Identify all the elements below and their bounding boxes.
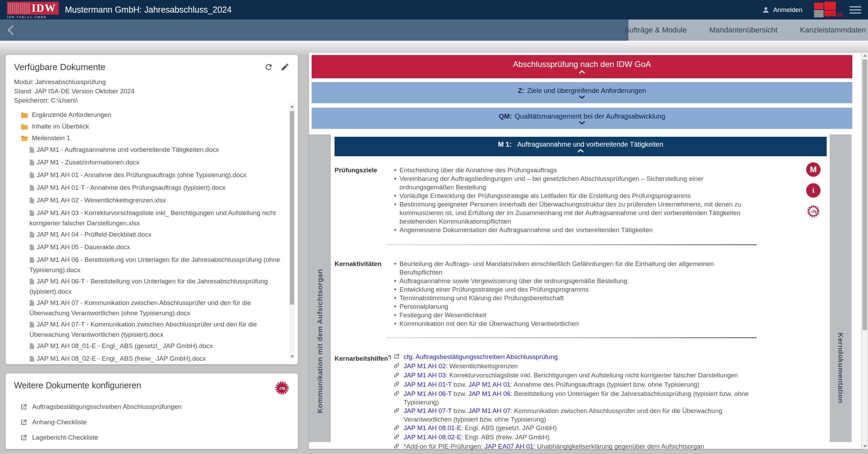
meta-line: Speicherort: C:\Users\ [14,96,289,105]
section-prefix: Z: [518,87,525,94]
back-button[interactable] [6,24,20,37]
kernarbeitshilfe-link-item[interactable]: JAP M1 AH 08.01-E: Engl. ABS (gesetzl. J… [393,424,768,433]
kernarbeitshilfe-link-item[interactable]: JAP M1 AH 03: Korrekturvorschlagsliste i… [393,371,768,380]
idw-mesh-graphic [8,3,30,14]
bullet-item: Personalplanung [393,302,757,311]
tree-item[interactable]: JAP M1 AH 01 - Annahme des Prüfungsauftr… [21,171,289,181]
kernarbeitshilfe-link-item[interactable]: *Add-on für PIE-Prüfungen: JAP EA07 AH 0… [393,442,768,451]
inline-link[interactable]: JAP M1 AH 08.02-E [404,433,461,441]
tree-item[interactable]: Inhalte im Überblick [21,122,289,132]
kernarbeitshilfe-link-item[interactable]: JAP M1 AH 08.02-E: Engl. ABS (freiw. JAP… [393,433,768,442]
refresh-button[interactable] [264,63,273,71]
file-icon [29,197,35,206]
left-rail: Kommunikation mit dem Aufsichtsorgan [309,134,331,442]
kernarbeitshilfe-link-item[interactable]: JAP M1 AH 02: Wesentlichkeitsgrenzen [393,362,768,371]
tree-item[interactable]: Meilenstein 1 [21,134,289,144]
tree-item[interactable]: JAP M1 AH 03 - Korrekturvorschlagsliste … [21,209,289,228]
right-rail-label: Kerndokumentation [837,333,845,403]
tree-item[interactable]: JAP M1 AH 02 - Wesentlichkeitsgrenzen.xl… [21,196,289,206]
kernarbeitshilfe-link-item[interactable]: JAP M1 AH 07-T bzw. JAP M1 AH 07: Kommun… [393,406,768,424]
scroll-down-arrow[interactable] [289,354,295,359]
file-icon [29,356,35,364]
tree-item[interactable]: JAP M1 - Zusatzinformationen.docx [21,158,289,168]
hamburger-menu-icon[interactable] [849,5,862,15]
chain-link-icon [393,442,401,451]
tree-item[interactable]: JAP M1 - Auftragsannahme und vorbereiten… [21,145,289,156]
chain-link-icon [393,380,401,389]
kernarbeitshilfe-text: JAP M1 AH 07-T bzw. JAP M1 AH 07: Kommun… [404,406,768,424]
tree-item[interactable]: JAP M1 AH 07-T - Kommunikation zwischen … [21,320,289,339]
pruefungsziele-label: Prüfungsziele [335,166,393,234]
tree-item[interactable]: JAP M1 AH 05 - Dauerakte.docx [21,243,289,253]
tree-item[interactable]: JAP M1 AH 07 - Kommunikation zwischen Ab… [21,298,289,318]
chain-link-icon [393,371,401,380]
tree-scrollbar[interactable] [289,104,295,359]
scroll-down-arrow[interactable] [862,443,868,449]
tree-item[interactable]: JAP M1 AH 08_02-E - Engl_ ABS (freiw_ JA… [21,354,289,364]
configure-link-item[interactable]: Lagebericht-Checkliste [20,434,289,441]
inline-link[interactable]: JAP M1 AH 01 [468,381,510,388]
section-label: Qualitätsmanagement bei der Auftragsabwi… [515,112,665,120]
tree-item[interactable]: JAP M1 AH 01-T - Annahme des Prüfungsauf… [21,183,289,193]
section-prefix: QM: [499,112,512,120]
kernarbeitshilfe-text: *Add-on für PIE-Prüfungen: JAP EA07 AH 0… [404,442,704,451]
kernarbeitshilfe-link-item[interactable]: JAP M1 AH 01-T bzw. JAP M1 AH 01: Annahm… [393,380,768,389]
document-tree: Ergänzende Anforderungen Inhalte im Über… [14,110,289,366]
tree-item[interactable]: JAP M1 AH 06 - Bereitstellung von Unterl… [21,255,289,275]
top-header: IDW IDW VERLAG GMBH Mustermann GmbH: Jah… [0,0,868,19]
nav-tab[interactable]: Mandantenübersicht [709,26,777,35]
inline-link[interactable]: JAP M1 AH 07 [468,407,510,414]
section-bar[interactable]: Z:Ziele und übergreifende Anforderungen [312,82,852,103]
configure-link-item[interactable]: Anhang-Checkliste [20,418,289,426]
tree-item-label: JAP M1 AH 07 - Kommunikation zwischen Ab… [29,299,251,317]
kernarbeitshilfe-link-item[interactable]: JAP M1 AH 06-T bzw. JAP M1 AH 06: Bereit… [393,389,768,406]
scroll-up-arrow[interactable] [862,53,868,58]
inline-link[interactable]: JAP M1 AH 06-T [404,390,452,397]
bullet-item: Auftragsannahme sowie Vergewisserung übe… [393,277,757,285]
inline-link[interactable]: JAP M1 AH 06 [468,390,510,397]
tree-item[interactable]: JAP M1 AH 06-T - Bereitstellung von Unte… [21,277,289,296]
file-icon [29,185,35,193]
cfg-gear-badge[interactable]: .cfg [274,380,289,396]
goa-banner[interactable]: Abschlussprüfung nach den IDW GoA [312,55,852,78]
file-icon [29,172,35,181]
login-button[interactable]: Anmelden [762,6,802,14]
tree-item[interactable]: JAP M1 AH 08_01-E - Engl_ ABS (gesetzl_ … [21,342,289,352]
bullet-item: Vereinbarung der Auftragsbedingungen und… [393,174,757,191]
file-icon [29,278,35,287]
documents-panel-title: Verfügbare Dokumente [14,62,105,72]
kernarbeitshilfe-text: JAP M1 AH 08.02-E: Engl. ABS (freiw. JAP… [404,433,550,442]
inline-link[interactable]: JAP M1 AH 08.01-E [404,424,461,431]
inline-link[interactable]: JAP EA07 AH 01 [485,443,533,450]
inline-link[interactable]: JAP M1 AH 03 [404,372,446,379]
section-bar[interactable]: QM:Qualitätsmanagement bei der Auftragsa… [312,108,852,129]
chain-link-icon [393,389,401,406]
edit-button[interactable] [281,63,289,71]
scrollbar-thumb[interactable] [863,59,867,330]
kernarbeitshilfe-link-item[interactable]: cfg. Auftragsbestätigungsschreiben Absch… [393,352,768,362]
folder-icon [21,123,28,132]
m1-prefix: M 1: [498,141,512,148]
tree-item-label: JAP M1 AH 01 - Annahme des Prüfungsauftr… [37,171,246,178]
m1-header[interactable]: M 1:Auftragsannahme und vorbereitende Tä… [335,137,827,156]
inline-link[interactable]: JAP M1 AH 02 [404,362,446,370]
file-icon [29,231,35,240]
nav-tab[interactable]: Aufträge & Module [624,26,687,35]
bullet-item: Entwicklung einer Prüfungsstrategie und … [393,285,757,294]
inline-link[interactable]: cfg. Auftragsbestätigungsschreiben Absch… [404,353,558,360]
bullet-item: Beurteilung der Auftrags- und Mandatsris… [393,259,757,277]
configure-link-item[interactable]: Auftragsbestätigungsschreiben Abschlussp… [20,403,289,411]
scrollbar-thumb[interactable] [290,111,294,305]
pruefungsziele-row: Prüfungsziele Entscheidung über die Anna… [335,166,813,234]
tree-item[interactable]: Ergänzende Anforderungen [21,110,289,121]
scroll-up-arrow[interactable] [289,104,295,109]
main-scrollbar[interactable] [862,53,868,449]
chain-link-icon [393,433,401,442]
file-icon [29,300,35,309]
inline-link[interactable]: JAP M1 AH 07-T [404,407,452,414]
nav-tab[interactable]: Kanzleistammdaten [800,26,866,35]
left-rail-label: Kommunikation mit dem Aufsichtsorgan [316,269,324,413]
m1-title: Auftragsannahme und vorbereitende Tätigk… [517,141,663,148]
tree-item[interactable]: JAP M1 AH 04 - Prüffeld-Deckblatt.docx [21,230,289,240]
inline-link[interactable]: JAP M1 AH 01-T [404,381,452,388]
